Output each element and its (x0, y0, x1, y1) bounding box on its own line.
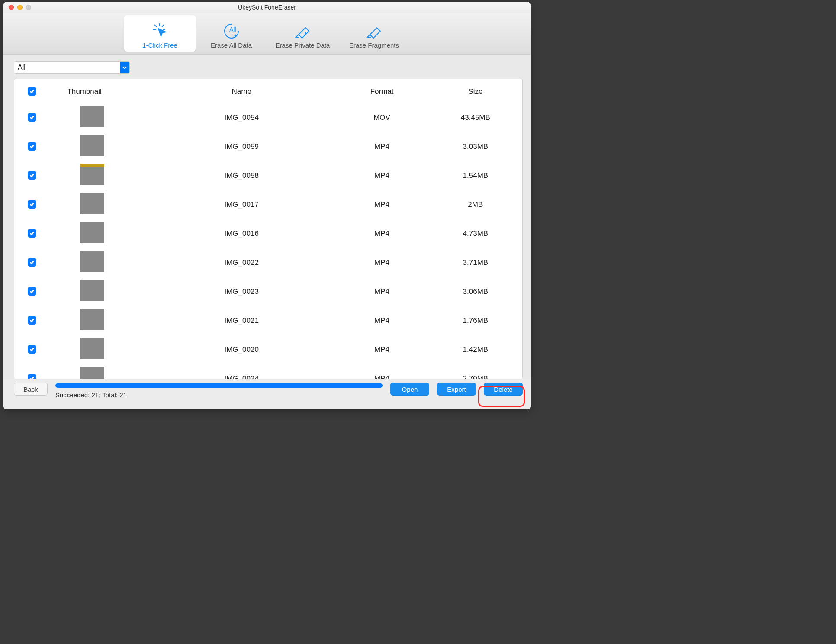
status-text: Succeeded: 21; Total: 21 (55, 391, 383, 399)
file-table: Thumbnail Name Format Size IMG_0054MOV43… (14, 79, 522, 379)
row-checkbox[interactable] (28, 171, 36, 180)
file-size: 4.73MB (429, 219, 522, 248)
file-format: MP4 (335, 219, 428, 248)
open-button[interactable]: Open (390, 383, 429, 396)
progress-column: Succeeded: 21; Total: 21 (55, 383, 383, 399)
file-list-panel[interactable]: Thumbnail Name Format Size IMG_0054MOV43… (14, 79, 523, 379)
tab-label: 1-Click Free (142, 42, 177, 49)
svg-line-2 (154, 25, 157, 27)
row-checkbox[interactable] (28, 287, 36, 296)
file-format: MP4 (335, 306, 428, 335)
file-name: IMG_0020 (148, 335, 335, 364)
file-size: 1.54MB (429, 161, 522, 190)
file-name: IMG_0016 (148, 219, 335, 248)
file-name: IMG_0022 (148, 248, 335, 277)
thumbnail-image (80, 280, 104, 301)
thumbnail-image (80, 106, 104, 127)
tab-1-click-free[interactable]: 1-Click Free (124, 15, 196, 52)
row-checkbox[interactable] (28, 316, 36, 325)
filter-select[interactable]: All (14, 61, 130, 74)
table-row[interactable]: IMG_0022MP43.71MB (14, 248, 522, 277)
tab-label: Erase Fragments (349, 42, 399, 49)
file-name: IMG_0024 (148, 364, 335, 379)
file-name: IMG_0021 (148, 306, 335, 335)
table-row[interactable]: IMG_0016MP44.73MB (14, 219, 522, 248)
table-row[interactable]: IMG_0020MP41.42MB (14, 335, 522, 364)
file-format: MP4 (335, 190, 428, 219)
file-size: 1.42MB (429, 335, 522, 364)
filter-row: All (3, 55, 531, 76)
file-size: 43.45MB (429, 103, 522, 132)
tab-label: Erase Private Data (276, 42, 330, 49)
eraser-fragments-icon (364, 22, 385, 39)
progress-bar (55, 383, 383, 388)
content-area: Thumbnail Name Format Size IMG_0054MOV43… (3, 76, 531, 379)
thumbnail-image (80, 309, 104, 330)
cursor-click-icon (150, 22, 170, 39)
table-header-row: Thumbnail Name Format Size (14, 79, 522, 103)
main-toolbar: 1-Click Free All Erase All Data Erase P (3, 13, 531, 55)
tab-erase-fragments[interactable]: Erase Fragments (338, 15, 410, 52)
file-format: MP4 (335, 364, 428, 379)
file-format: MP4 (335, 161, 428, 190)
file-size: 1.76MB (429, 306, 522, 335)
file-size: 2.70MB (429, 364, 522, 379)
svg-point-6 (234, 35, 236, 37)
thumbnail-image (80, 367, 104, 379)
col-format: Format (335, 79, 428, 103)
file-name: IMG_0054 (148, 103, 335, 132)
col-size: Size (429, 79, 522, 103)
svg-line-3 (162, 25, 164, 27)
table-row[interactable]: IMG_0059MP43.03MB (14, 132, 522, 161)
thumbnail-image (80, 338, 104, 359)
export-button[interactable]: Export (437, 383, 476, 396)
close-window-button[interactable] (9, 5, 14, 10)
progress-bar-fill (55, 383, 383, 388)
row-checkbox[interactable] (28, 113, 36, 122)
table-row[interactable]: IMG_0058MP41.54MB (14, 161, 522, 190)
file-name: IMG_0059 (148, 132, 335, 161)
zoom-window-button[interactable] (26, 5, 31, 10)
col-thumbnail: Thumbnail (50, 79, 148, 103)
erase-all-icon: All (221, 22, 242, 39)
eraser-private-icon (293, 22, 313, 39)
minimize-window-button[interactable] (17, 5, 23, 10)
thumbnail-image (80, 135, 104, 156)
app-window: UkeySoft FoneEraser 1-Click Free A (3, 2, 531, 409)
back-button[interactable]: Back (14, 383, 48, 396)
row-checkbox[interactable] (28, 229, 36, 238)
footer-bar: Back Succeeded: 21; Total: 21 Open Expor… (3, 379, 531, 409)
row-checkbox[interactable] (28, 374, 36, 379)
window-title: UkeySoft FoneEraser (3, 4, 531, 11)
select-all-checkbox[interactable] (28, 87, 36, 96)
row-checkbox[interactable] (28, 142, 36, 151)
table-row[interactable]: IMG_0024MP42.70MB (14, 364, 522, 379)
file-format: MP4 (335, 335, 428, 364)
table-row[interactable]: IMG_0017MP42MB (14, 190, 522, 219)
filter-selected-value: All (18, 64, 26, 71)
tab-label: Erase All Data (211, 42, 252, 49)
file-size: 3.03MB (429, 132, 522, 161)
thumbnail-image (80, 251, 104, 272)
svg-point-7 (305, 32, 306, 34)
row-checkbox[interactable] (28, 200, 36, 209)
row-checkbox[interactable] (28, 345, 36, 354)
file-size: 2MB (429, 190, 522, 219)
file-format: MP4 (335, 277, 428, 306)
table-row[interactable]: IMG_0021MP41.76MB (14, 306, 522, 335)
file-format: MOV (335, 103, 428, 132)
file-format: MP4 (335, 132, 428, 161)
row-checkbox[interactable] (28, 258, 36, 267)
thumbnail-image (80, 222, 104, 243)
tab-erase-all-data[interactable]: All Erase All Data (196, 15, 267, 52)
window-controls (9, 5, 31, 10)
table-row[interactable]: IMG_0054MOV43.45MB (14, 103, 522, 132)
file-name: IMG_0017 (148, 190, 335, 219)
tab-erase-private-data[interactable]: Erase Private Data (267, 15, 338, 52)
chevron-down-icon (120, 62, 129, 73)
svg-text:All: All (229, 26, 236, 33)
thumbnail-image (80, 193, 104, 214)
file-name: IMG_0058 (148, 161, 335, 190)
table-row[interactable]: IMG_0023MP43.06MB (14, 277, 522, 306)
delete-button[interactable]: Delete (484, 383, 523, 396)
